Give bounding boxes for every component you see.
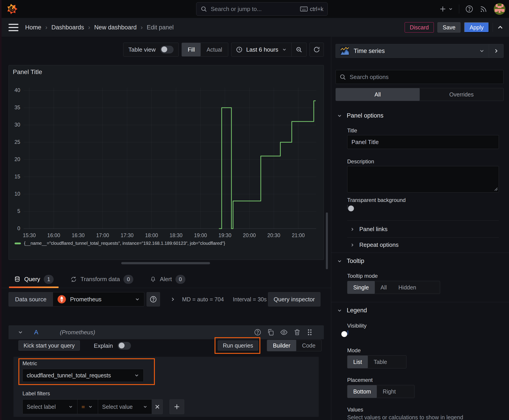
- breadcrumb-new-dashboard[interactable]: New dashboard: [94, 24, 137, 31]
- builder-option[interactable]: Builder: [267, 340, 296, 351]
- breadcrumb-dashboards[interactable]: Dashboards: [51, 24, 84, 31]
- table-view-toggle[interactable]: [160, 46, 174, 53]
- options-search[interactable]: [335, 70, 504, 84]
- select-value-dropdown[interactable]: Select value: [98, 399, 152, 414]
- news-rss-icon[interactable]: [479, 5, 488, 13]
- x-tick-label: 19:30: [214, 232, 236, 239]
- prometheus-icon: [57, 295, 66, 304]
- repeat-options-title: Repeat options: [359, 241, 399, 248]
- explain-control: Explain: [94, 342, 131, 350]
- vertical-scrollbar[interactable]: [326, 212, 328, 269]
- horizontal-scrollbar[interactable]: [121, 262, 210, 264]
- legend-mode-label: Mode: [347, 347, 361, 354]
- query-help-icon[interactable]: [254, 329, 261, 336]
- y-tick-label: 40: [8, 87, 20, 93]
- legend-placement-label: Placement: [347, 377, 372, 383]
- datasource-help-button[interactable]: [146, 292, 160, 307]
- tab-overrides[interactable]: Overrides: [420, 88, 504, 101]
- panel-options-section-header[interactable]: Panel options: [337, 112, 384, 119]
- tab-transform-data[interactable]: Transform data 0: [65, 270, 138, 288]
- discard-button[interactable]: Discard: [405, 22, 434, 32]
- chevron-down-icon: [134, 373, 139, 378]
- zoom-out-button[interactable]: [291, 43, 306, 56]
- remove-filter-button[interactable]: [152, 399, 163, 414]
- tooltip-section-header[interactable]: Tooltip: [337, 258, 364, 264]
- expand-stats-chevron-right-icon[interactable]: [170, 296, 176, 302]
- chart-legend[interactable]: {__name__="cloudflared_tunnel_total_requ…: [15, 241, 225, 246]
- query-ref-id: A: [34, 329, 38, 336]
- chevron-down-icon: [143, 404, 148, 409]
- actual-option[interactable]: Actual: [201, 43, 228, 56]
- y-tick-label: 20: [8, 156, 20, 162]
- help-circle-icon: [150, 295, 157, 303]
- breadcrumb-separator: ›: [45, 24, 47, 31]
- legend-mode-segmented: List Table: [347, 355, 406, 368]
- time-series-chart[interactable]: [23, 88, 316, 229]
- tab-query[interactable]: Query 1: [9, 270, 59, 288]
- panel-links-section-header[interactable]: Panel links: [350, 226, 387, 233]
- repeat-options-section-header[interactable]: Repeat options: [350, 241, 399, 248]
- legend-mode-table[interactable]: Table: [368, 356, 393, 368]
- collapse-options-chevron-up-icon[interactable]: [496, 23, 504, 31]
- refresh-button[interactable]: [310, 43, 324, 57]
- description-textarea[interactable]: [347, 166, 499, 193]
- explain-toggle[interactable]: [118, 342, 131, 350]
- options-search-input[interactable]: [349, 73, 500, 81]
- save-button[interactable]: Save: [437, 22, 461, 32]
- query-datasource-hint: (Prometheus): [60, 329, 254, 336]
- legend-values-label: Values: [347, 406, 363, 413]
- x-tick-label: 16:30: [67, 232, 89, 239]
- query-inspector-button[interactable]: Query inspector: [268, 292, 320, 307]
- chevron-down-icon: [337, 258, 342, 264]
- duplicate-query-icon[interactable]: [267, 329, 274, 336]
- fill-option[interactable]: Fill: [182, 43, 201, 56]
- datasource-picker[interactable]: Prometheus: [53, 292, 144, 307]
- legend-placement-right[interactable]: Right: [377, 385, 402, 398]
- query-count-badge: 1: [44, 275, 54, 284]
- add-filter-button[interactable]: [169, 399, 184, 414]
- code-option[interactable]: Code: [296, 340, 321, 351]
- grafana-logo-icon[interactable]: [6, 3, 18, 15]
- collapse-query-chevron-down-icon[interactable]: [17, 329, 23, 335]
- transparent-background-toggle[interactable]: [347, 205, 348, 209]
- drag-handle-icon[interactable]: [306, 329, 313, 336]
- tooltip-mode-single[interactable]: Single: [347, 281, 375, 294]
- legend-mode-list[interactable]: List: [347, 356, 368, 368]
- delete-query-trash-icon[interactable]: [293, 329, 301, 336]
- y-tick-label: 35: [8, 105, 20, 111]
- kick-start-query-button[interactable]: Kick start your query: [18, 340, 80, 351]
- global-search[interactable]: ctrl+k: [196, 2, 328, 16]
- x-tick-label: 19:00: [189, 232, 212, 239]
- tab-alert[interactable]: Alert 0: [145, 270, 190, 288]
- legend-section-header[interactable]: Legend: [337, 307, 367, 314]
- y-tick-label: 5: [8, 208, 20, 214]
- legend-visibility-toggle[interactable]: [348, 330, 348, 335]
- apply-button[interactable]: Apply: [464, 22, 489, 32]
- run-queries-button[interactable]: Run queries: [218, 340, 258, 351]
- tooltip-title: Tooltip: [347, 258, 364, 264]
- query-header-row[interactable]: A (Prometheus): [8, 325, 324, 339]
- menu-toggle-icon[interactable]: [8, 24, 18, 31]
- tab-all[interactable]: All: [336, 88, 420, 101]
- panel-title[interactable]: Panel Title: [13, 68, 42, 76]
- tooltip-mode-hidden[interactable]: Hidden: [393, 281, 422, 294]
- add-menu-button[interactable]: [439, 5, 453, 13]
- time-range-picker[interactable]: Last 6 hours: [231, 43, 291, 56]
- options-tabs: All Overrides: [335, 88, 504, 101]
- tab-alert-label: Alert: [160, 276, 172, 283]
- select-label-dropdown[interactable]: Select label: [23, 399, 77, 414]
- global-search-input[interactable]: [210, 5, 297, 13]
- legend-placement-bottom[interactable]: Bottom: [347, 385, 377, 398]
- visualization-picker[interactable]: Time series: [335, 44, 489, 58]
- panel-title-input[interactable]: [347, 135, 499, 149]
- breadcrumb-home[interactable]: Home: [25, 24, 41, 31]
- chevron-down-icon: [337, 308, 342, 313]
- metric-select[interactable]: cloudflared_tunnel_total_requests: [23, 369, 144, 382]
- collapse-sidebar-button[interactable]: [489, 44, 504, 58]
- help-icon[interactable]: [465, 5, 473, 13]
- alert-count-badge: 0: [175, 275, 185, 284]
- hide-query-eye-icon[interactable]: [280, 328, 288, 336]
- avatar[interactable]: [494, 3, 505, 15]
- tooltip-mode-all[interactable]: All: [375, 281, 393, 294]
- operator-dropdown[interactable]: =: [77, 399, 98, 414]
